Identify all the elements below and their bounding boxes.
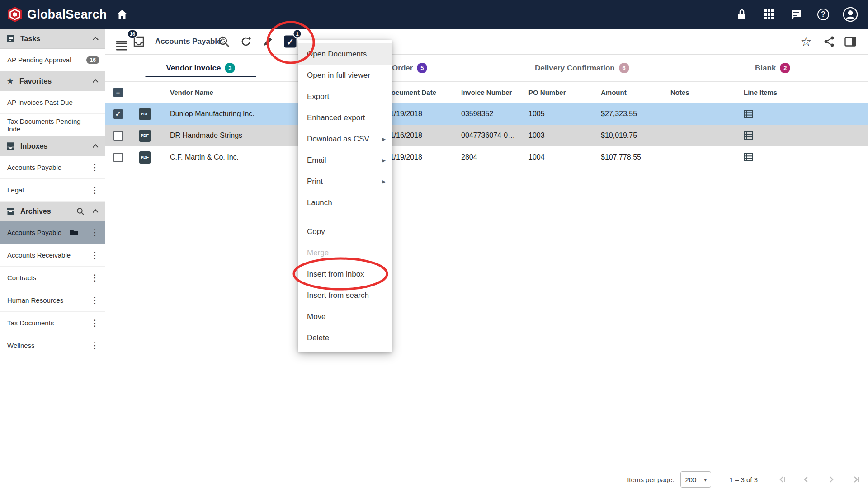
- lock-icon: [736, 9, 747, 20]
- col-po-number[interactable]: PO Number: [517, 89, 590, 96]
- document-type-tabs: Vendor Invoice 3 Purchase Order 5 Delive…: [105, 55, 868, 82]
- sidebar-item-ap-pending-approval[interactable]: AP Pending Approval 16: [0, 49, 105, 71]
- sidebar-item-inbox-accounts-payable[interactable]: Accounts Payable ⋮: [0, 156, 105, 179]
- folder-icon: [70, 229, 78, 236]
- apps-button[interactable]: [761, 7, 777, 22]
- sidebar-section-inboxes[interactable]: Inboxes: [0, 136, 105, 156]
- sidebar-item-archive-contracts[interactable]: Contracts ⋮: [0, 267, 105, 289]
- menu-item-copy[interactable]: Copy: [298, 221, 392, 242]
- menu-item-insert-from-search[interactable]: Insert from search: [298, 285, 392, 306]
- row-checkbox[interactable]: ✓: [113, 109, 123, 119]
- cell-po: 1005: [517, 110, 590, 118]
- check-glyph: ✓: [115, 110, 121, 118]
- line-items-icon[interactable]: [744, 153, 753, 161]
- tab-blank[interactable]: Blank 2: [677, 55, 868, 81]
- tasks-icon: [6, 34, 15, 43]
- chevron-up-icon[interactable]: [93, 144, 99, 150]
- sidebar-section-tasks[interactable]: Tasks: [0, 29, 105, 49]
- tab-vendor-invoice[interactable]: Vendor Invoice 3: [105, 55, 296, 81]
- home-button[interactable]: [114, 6, 130, 23]
- kebab-menu-icon[interactable]: ⋮: [90, 295, 99, 305]
- active-tab-indicator: [145, 76, 256, 77]
- sidebar-item-archive-accounts-receivable[interactable]: Accounts Receivable ⋮: [0, 244, 105, 267]
- section-label: Favorites: [19, 77, 52, 85]
- table-row[interactable]: PDF DR Handmade Strings 11/16/2018 00477…: [105, 125, 868, 146]
- account-button[interactable]: [843, 7, 858, 22]
- sidebar-item-inbox-legal[interactable]: Legal ⋮: [0, 179, 105, 202]
- kebab-menu-icon[interactable]: ⋮: [90, 318, 99, 328]
- row-checkbox[interactable]: [113, 153, 123, 162]
- first-page-button[interactable]: [776, 473, 788, 486]
- search-icon[interactable]: [76, 207, 85, 216]
- kebab-menu-icon[interactable]: ⋮: [90, 227, 99, 238]
- last-page-button[interactable]: [849, 473, 862, 486]
- menu-item-move[interactable]: Move: [298, 306, 392, 327]
- sidebar-item-archive-wellness[interactable]: Wellness ⋮: [0, 334, 105, 357]
- chevron-up-icon[interactable]: [93, 37, 99, 42]
- menu-item-open-in-full-viewer[interactable]: Open in full viewer: [298, 65, 392, 86]
- kebab-menu-icon[interactable]: ⋮: [90, 272, 99, 283]
- menu-item-enhanced-export[interactable]: Enhanced export: [298, 107, 392, 128]
- selection-button[interactable]: ✓ 1: [284, 36, 297, 48]
- sidebar-section-archives[interactable]: Archives: [0, 202, 105, 221]
- indeterminate-glyph: –: [116, 89, 120, 96]
- kebab-menu-icon[interactable]: ⋮: [90, 185, 99, 195]
- menu-item-delete[interactable]: Delete: [298, 327, 392, 348]
- refresh-button[interactable]: [240, 36, 252, 47]
- menu-toggle-button[interactable]: [116, 39, 127, 44]
- col-invoice-number[interactable]: Invoice Number: [450, 89, 517, 96]
- menu-item-print[interactable]: Print ▸: [298, 171, 392, 192]
- row-checkbox[interactable]: [113, 131, 123, 141]
- favorite-button[interactable]: ☆: [800, 34, 811, 49]
- panel-view-button[interactable]: [844, 37, 856, 47]
- tab-delivery-confirmation[interactable]: Delivery Confirmation 6: [487, 55, 678, 81]
- table-row[interactable]: ✓ PDF Dunlop Manufacturing Inc. 11/19/20…: [105, 103, 868, 125]
- menu-item-export[interactable]: Export: [298, 86, 392, 107]
- menu-item-download-as-csv[interactable]: Download as CSV ▸: [298, 128, 392, 150]
- line-items-icon[interactable]: [744, 110, 753, 118]
- table-header: – Vendor Name Document Date Invoice Numb…: [105, 82, 868, 103]
- select-all-checkbox[interactable]: –: [113, 88, 123, 97]
- item-label: Wellness: [7, 342, 87, 349]
- inbox-indicator-button[interactable]: 16: [132, 36, 145, 47]
- sidebar-item-ap-invoices-past-due[interactable]: AP Invoices Past Due: [0, 91, 105, 114]
- menu-divider: [298, 217, 392, 217]
- menu-item-launch[interactable]: Launch: [298, 192, 392, 213]
- menu-item-open-documents[interactable]: Open Documents: [298, 43, 392, 65]
- archive-icon: [6, 207, 15, 216]
- pdf-icon: PDF: [139, 108, 151, 120]
- help-button[interactable]: ?: [816, 7, 831, 22]
- kebab-menu-icon[interactable]: ⋮: [90, 250, 99, 260]
- chevron-up-icon[interactable]: [93, 79, 99, 85]
- col-notes[interactable]: Notes: [659, 89, 732, 96]
- sidebar-item-archive-tax-documents[interactable]: Tax Documents ⋮: [0, 312, 105, 334]
- sidebar-item-tax-documents-pending[interactable]: Tax Documents Pending Inde…: [0, 114, 105, 136]
- col-line-items[interactable]: Line Items: [732, 89, 868, 96]
- submenu-arrow-icon: ▸: [382, 177, 386, 186]
- sidebar-item-archive-accounts-payable[interactable]: Accounts Payable ⋮: [0, 221, 105, 244]
- kebab-menu-icon[interactable]: ⋮: [90, 340, 99, 351]
- item-label: Accounts Payable: [7, 229, 61, 236]
- home-icon: [116, 9, 128, 20]
- sidebar-item-archive-human-resources[interactable]: Human Resources ⋮: [0, 289, 105, 312]
- chat-button[interactable]: [788, 7, 804, 22]
- refresh-search-button[interactable]: [218, 36, 231, 47]
- chevron-up-icon[interactable]: [93, 209, 99, 215]
- kebab-menu-icon[interactable]: ⋮: [90, 162, 99, 173]
- col-amount[interactable]: Amount: [590, 89, 659, 96]
- app-logo: GlobalSearch: [0, 6, 107, 23]
- menu-item-insert-from-inbox[interactable]: Insert from inbox: [298, 263, 392, 285]
- items-per-page-select[interactable]: 200 ▾: [680, 471, 711, 488]
- next-page-button[interactable]: [825, 473, 837, 486]
- table-row[interactable]: PDF C.F. Martin & Co, Inc. 11/19/2018 28…: [105, 146, 868, 168]
- refresh-icon: [240, 36, 252, 47]
- menu-item-email[interactable]: Email ▸: [298, 150, 392, 171]
- edit-button[interactable]: [263, 36, 274, 47]
- sidebar-section-favorites[interactable]: ★ Favorites: [0, 71, 105, 91]
- lock-button[interactable]: [734, 7, 750, 22]
- line-items-icon[interactable]: [744, 131, 753, 140]
- previous-page-button[interactable]: [800, 473, 813, 486]
- inbox-icon: [6, 142, 15, 150]
- chat-icon: [790, 9, 802, 20]
- share-button[interactable]: [824, 36, 835, 47]
